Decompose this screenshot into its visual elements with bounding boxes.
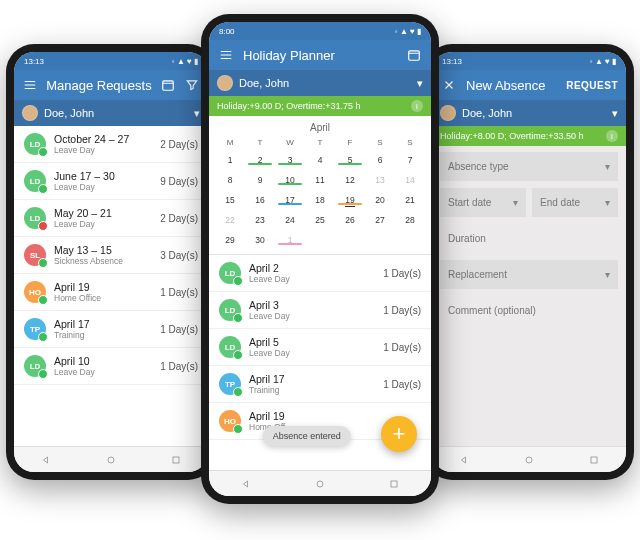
tp-badge-icon: TP (219, 373, 241, 395)
clock: 13:13 (442, 57, 462, 66)
calendar-day[interactable]: 29 (215, 235, 245, 245)
menu-icon[interactable] (22, 76, 38, 94)
calendar-day[interactable]: 1 (215, 155, 245, 165)
calendar-day[interactable]: 23 (245, 215, 275, 225)
calendar-day[interactable]: 4 (305, 155, 335, 165)
end-date-field[interactable]: End date ▾ (532, 188, 618, 217)
calendar-day[interactable]: 11 (305, 175, 335, 185)
nav-bar (14, 446, 208, 472)
event-bar (278, 183, 302, 185)
user-selector[interactable]: Doe, John ▾ (14, 100, 208, 126)
calendar-icon[interactable] (405, 46, 423, 64)
calendar-day[interactable]: 19 (335, 195, 365, 205)
item-type: Leave Day (249, 348, 375, 358)
list-item[interactable]: TPApril 17Training1 Day(s) (209, 366, 431, 403)
calendar-icon[interactable] (160, 76, 176, 94)
close-icon[interactable] (440, 76, 458, 94)
calendar-day[interactable]: 1 (275, 235, 305, 245)
calendar-day[interactable]: 28 (395, 215, 425, 225)
calendar-day[interactable]: 15 (215, 195, 245, 205)
calendar-day[interactable]: 6 (365, 155, 395, 165)
info-icon[interactable]: i (411, 100, 423, 112)
svg-rect-4 (591, 457, 597, 463)
calendar-day[interactable]: 20 (365, 195, 395, 205)
calendar-day[interactable]: 17 (275, 195, 305, 205)
calendar-day[interactable]: 12 (335, 175, 365, 185)
weekday-label: F (335, 135, 365, 150)
list-item[interactable]: LDApril 5Leave Day1 Day(s) (209, 329, 431, 366)
comment-field[interactable]: Comment (optional) (440, 296, 618, 325)
user-selector[interactable]: Doe, John ▾ (432, 100, 626, 126)
calendar-day[interactable]: 5 (335, 155, 365, 165)
status-bar: 13:13 ◦ ▲ ♥ ▮ (432, 52, 626, 70)
list-item[interactable]: HOApril 19Home Office1 Day(s) (14, 274, 208, 311)
calendar: MTWTFSS 12345678910111213141516171819202… (209, 135, 431, 255)
menu-icon[interactable] (217, 46, 235, 64)
month-label: April (209, 116, 431, 135)
ld-badge-icon: LD (219, 336, 241, 358)
item-date: October 24 – 27 (54, 133, 152, 145)
request-list: LDOctober 24 – 27Leave Day2 Day(s)LDJune… (14, 126, 208, 446)
calendar-day[interactable]: 21 (395, 195, 425, 205)
list-item[interactable]: LDApril 2Leave Day1 Day(s) (209, 255, 431, 292)
item-date: April 17 (249, 373, 375, 385)
status-bar: 8:00 ◦ ▲ ♥ ▮ (209, 22, 431, 40)
nav-home-icon[interactable] (105, 454, 117, 466)
calendar-day[interactable]: 8 (215, 175, 245, 185)
request-button[interactable]: REQUEST (566, 80, 618, 91)
calendar-day[interactable]: 2 (245, 155, 275, 165)
page-title: Manage Requests (46, 78, 152, 93)
list-item[interactable]: LDOctober 24 – 27Leave Day2 Day(s) (14, 126, 208, 163)
item-type: Leave Day (249, 311, 375, 321)
calendar-day[interactable]: 10 (275, 175, 305, 185)
filter-icon[interactable] (184, 76, 200, 94)
nav-back-icon[interactable] (40, 454, 52, 466)
user-selector[interactable]: Doe, John ▾ (209, 70, 431, 96)
ld-badge-icon: LD (24, 355, 46, 377)
nav-recent-icon[interactable] (170, 454, 182, 466)
list-item[interactable]: LDMay 20 – 21Leave Day2 Day(s) (14, 200, 208, 237)
replacement-field[interactable]: Replacement ▾ (440, 260, 618, 289)
absence-type-field[interactable]: Absence type ▾ (440, 152, 618, 181)
info-icon[interactable]: i (606, 130, 618, 142)
item-date: May 13 – 15 (54, 244, 152, 256)
calendar-day[interactable]: 9 (245, 175, 275, 185)
fab-add-button[interactable]: + (381, 416, 417, 452)
event-bar (338, 163, 362, 165)
calendar-day[interactable]: 7 (395, 155, 425, 165)
calendar-day[interactable]: 16 (245, 195, 275, 205)
clock: 13:13 (24, 57, 44, 66)
list-item[interactable]: LDApril 3Leave Day1 Day(s) (209, 292, 431, 329)
list-item[interactable]: LDJune 17 – 30Leave Day9 Day(s) (14, 163, 208, 200)
banner-text: Holiday:+8.00 D; Overtime:+33.50 h (440, 131, 584, 141)
item-date: June 17 – 30 (54, 170, 152, 182)
nav-back-icon[interactable] (240, 478, 252, 490)
calendar-day[interactable]: 30 (245, 235, 275, 245)
list-item[interactable]: SLMay 13 – 15Sickness Absence3 Day(s) (14, 237, 208, 274)
nav-back-icon[interactable] (458, 454, 470, 466)
calendar-day[interactable]: 26 (335, 215, 365, 225)
item-days: 1 Day(s) (160, 361, 198, 372)
nav-home-icon[interactable] (523, 454, 535, 466)
calendar-day[interactable]: 14 (395, 175, 425, 185)
list-item[interactable]: LDApril 10Leave Day1 Day(s) (14, 348, 208, 385)
start-date-field[interactable]: Start date ▾ (440, 188, 526, 217)
tp-badge-icon: TP (24, 318, 46, 340)
nav-home-icon[interactable] (314, 478, 326, 490)
user-name: Doe, John (462, 107, 512, 119)
nav-recent-icon[interactable] (588, 454, 600, 466)
list-item[interactable]: TPApril 17Training1 Day(s) (14, 311, 208, 348)
nav-recent-icon[interactable] (388, 478, 400, 490)
chevron-down-icon: ▾ (605, 197, 610, 208)
calendar-day[interactable]: 25 (305, 215, 335, 225)
item-type: Training (54, 330, 152, 340)
calendar-day[interactable]: 18 (305, 195, 335, 205)
chevron-down-icon: ▾ (417, 77, 423, 90)
calendar-day[interactable]: 3 (275, 155, 305, 165)
item-date: April 5 (249, 336, 375, 348)
calendar-day[interactable]: 22 (215, 215, 245, 225)
calendar-day[interactable]: 24 (275, 215, 305, 225)
calendar-day[interactable]: 13 (365, 175, 395, 185)
calendar-day[interactable]: 27 (365, 215, 395, 225)
absence-form: Absence type ▾ Start date ▾ End date ▾ D… (432, 146, 626, 446)
